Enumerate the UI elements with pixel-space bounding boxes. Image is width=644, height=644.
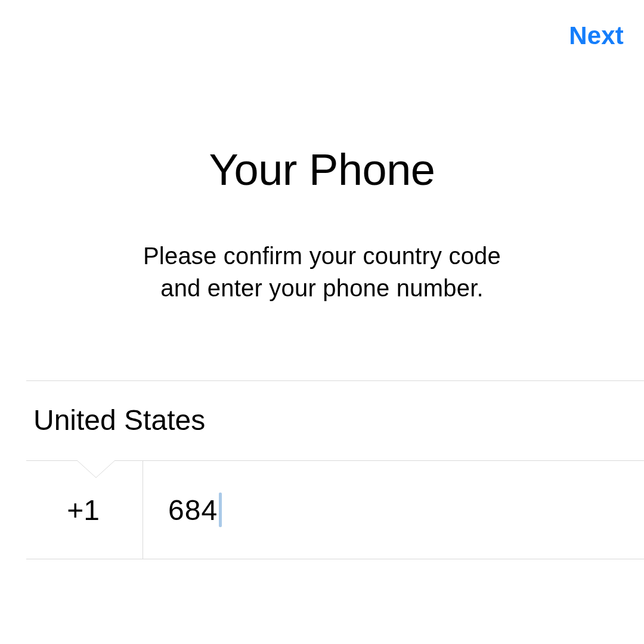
phone-row: +1 bbox=[26, 460, 644, 559]
phone-number-cell bbox=[143, 461, 644, 559]
divider bbox=[26, 559, 644, 559]
subtitle-line-1: Please confirm your country code bbox=[143, 243, 501, 269]
phone-number-input[interactable] bbox=[168, 494, 644, 527]
page-title: Your Phone bbox=[0, 144, 644, 195]
country-selector[interactable]: United States bbox=[0, 381, 644, 460]
page-subtitle: Please confirm your country code and ent… bbox=[0, 240, 644, 304]
header-bar: Next bbox=[0, 0, 644, 50]
phone-form: United States +1 bbox=[0, 380, 644, 559]
title-section: Your Phone Please confirm your country c… bbox=[0, 144, 644, 304]
next-button[interactable]: Next bbox=[569, 21, 624, 50]
country-code-field[interactable]: +1 bbox=[26, 461, 143, 559]
subtitle-line-2: and enter your phone number. bbox=[160, 275, 484, 301]
